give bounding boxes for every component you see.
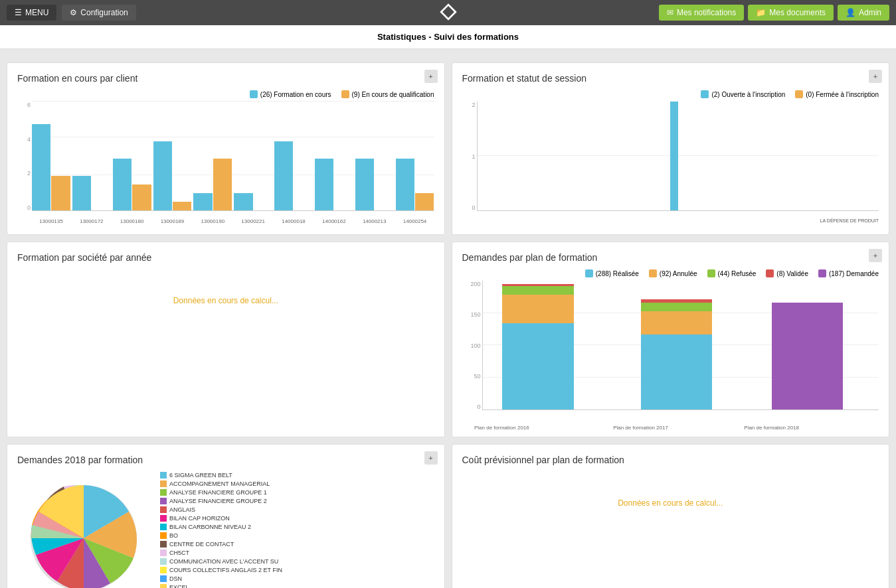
documents-button[interactable]: 📁 Mes documents — [748, 5, 834, 21]
config-button[interactable]: ⚙ Configuration — [62, 5, 135, 21]
gear-icon: ⚙ — [70, 8, 77, 17]
legend-blue-label: (26) Formation en cours — [260, 91, 331, 98]
y-axis: 0 2 4 6 — [17, 102, 31, 211]
pie-legend: 6 SIGMA GREEN BELT ACCOMPAGNEMENT MANAGE… — [160, 472, 434, 588]
pie-legend-item-6: BILAN CAP HORIZON — [160, 515, 434, 522]
logo-diamond-icon — [436, 0, 460, 24]
bars-container — [32, 102, 434, 211]
legend-yellow-label: (9) En cours de qualification — [352, 91, 434, 98]
session-legend: (2) Ouverte à l'inscription (0) Fermée à… — [462, 90, 879, 98]
demandes-plan-legend: (288) Réalisée (92) Annulée (44) Refusée… — [462, 269, 879, 277]
documents-label: Mes documents — [769, 8, 826, 17]
user-icon: 👤 — [846, 8, 855, 17]
bar-group-2 — [72, 176, 111, 210]
pie-legend-item-9: CENTRE DE CONTACT — [160, 541, 434, 548]
bar-group-6 — [234, 193, 272, 210]
folder-icon: 📁 — [756, 8, 766, 17]
pie-legend-item-10: CH5CT — [160, 550, 434, 556]
panel-demandes-formation-title: Demandes 2018 par formation — [17, 455, 434, 465]
bar-blue — [396, 159, 414, 210]
pie-legend-item-2: ACCOMPAGNEMENT MANAGERIAL — [160, 480, 434, 487]
tall-bar — [670, 102, 678, 210]
bar-group-9 — [355, 159, 394, 210]
bar-blue — [315, 159, 333, 210]
legend-yellow: (0) Fermée à l'inscription — [795, 90, 879, 98]
legend-blue: (2) Ouverte à l'inscription — [701, 90, 785, 98]
pie-container: 6 SIGMA GREEN BELT ACCOMPAGNEMENT MANAGE… — [17, 472, 434, 588]
notifications-button[interactable]: ✉ Mes notifications — [659, 5, 744, 21]
pie-legend-item-12: COURS COLLECTIFS ANGLAIS 2 ET FIN — [160, 567, 434, 573]
bar-yellow — [51, 176, 70, 210]
legend-green: (44) Refusée — [707, 269, 757, 277]
pie-legend-item-5: ANGLAIS — [160, 506, 434, 513]
y-axis: 0 1 2 — [462, 102, 476, 211]
bar-blue — [193, 193, 212, 210]
panel-demandes-plan-title: Demandes par plan de formation — [462, 252, 879, 263]
bar-yellow — [415, 193, 434, 210]
pie-legend-item-8: BO — [160, 532, 434, 539]
legend-yellow-dot — [795, 90, 803, 98]
panel-demandes-formation: Demandes 2018 par formation + — [7, 444, 445, 588]
x-labels: 13000135 13000172 13000180 13000189 1300… — [32, 218, 434, 224]
bar-group-1 — [32, 124, 70, 210]
pie-chart — [17, 472, 150, 588]
panel-formation-session-title: Formation et statut de session — [462, 73, 879, 84]
dashboard-grid: Formation en cours par client + (26) For… — [7, 62, 889, 588]
panel-formation-societe-title: Formation par société par année — [17, 252, 434, 263]
bar-group-4 — [153, 141, 192, 210]
x-axis-text — [478, 197, 879, 210]
session-bars-area — [477, 102, 879, 211]
pie-legend-item-13: DSN — [160, 575, 434, 582]
panel-formation-client: Formation en cours par client + (26) For… — [7, 62, 445, 235]
legend-yellow-label: (0) Fermée à l'inscription — [806, 91, 879, 98]
stacked-chart-area — [482, 281, 879, 410]
topnav-left: ☰ MENU ⚙ Configuration — [7, 5, 136, 21]
bar-blue — [355, 159, 374, 210]
demandes-plan-chart: 0 50 100 150 200 — [462, 281, 879, 427]
pie-legend-item-4: ANALYSE FINANCIERE GROUPE 2 — [160, 498, 434, 504]
config-label: Configuration — [80, 8, 128, 17]
hamburger-icon: ☰ — [15, 8, 22, 17]
formation-client-legend: (26) Formation en cours (9) En cours de … — [17, 90, 434, 98]
bar-blue — [32, 124, 50, 210]
main-content: Formation en cours par client + (26) For… — [0, 56, 896, 588]
panel-demandes-plan-expand[interactable]: + — [869, 249, 882, 262]
legend-blue-label: (2) Ouverte à l'inscription — [711, 91, 785, 98]
y-axis: 0 50 100 150 200 — [462, 281, 481, 410]
bar-blue — [153, 141, 172, 210]
bar-yellow — [213, 159, 232, 210]
grid-area — [32, 102, 434, 211]
topnav: ☰ MENU ⚙ Configuration ✉ Mes notificatio… — [0, 0, 896, 25]
admin-label: Admin — [859, 8, 881, 17]
formation-client-chart: 0 2 4 6 — [17, 102, 434, 224]
bar-group-7 — [274, 141, 313, 210]
panel-formation-client-expand[interactable]: + — [424, 70, 438, 83]
notifications-label: Mes notifications — [677, 8, 736, 17]
pie-legend-item-3: ANALYSE FINANCIERE GROUPE 1 — [160, 489, 434, 496]
bar-blue — [113, 159, 132, 210]
panel-formation-societe: Formation par société par année Données … — [7, 242, 445, 437]
bar-blue — [274, 141, 293, 210]
legend-yellow-dot — [341, 90, 349, 98]
panel-formation-session-expand[interactable]: + — [869, 70, 882, 83]
topnav-logo — [436, 0, 460, 26]
formation-societe-computing: Données en cours de calcul... — [17, 269, 434, 332]
admin-button[interactable]: 👤 Admin — [838, 5, 889, 21]
bar-blue — [234, 193, 252, 210]
panel-demandes-plan: Demandes par plan de formation + (288) R… — [452, 242, 890, 437]
bar-blue — [72, 176, 91, 210]
legend-red: (8) Validée — [766, 269, 808, 277]
bar-group-5 — [193, 159, 232, 210]
legend-blue-dot — [250, 90, 258, 98]
cout-previsionnel-computing: Données en cours de calcul... — [462, 472, 879, 534]
envelope-icon: ✉ — [667, 8, 673, 17]
page-title: Statistiques - Suivi des formations — [377, 32, 519, 42]
panel-formation-session: Formation et statut de session + (2) Ouv… — [452, 62, 890, 235]
bar-yellow — [132, 184, 151, 210]
menu-button[interactable]: ☰ MENU — [7, 5, 56, 21]
menu-label: MENU — [25, 8, 48, 17]
bar-yellow — [173, 202, 191, 210]
panel-demandes-formation-expand[interactable]: + — [424, 451, 438, 465]
x-label-end: LA DÉFENSE DE PRODUIT — [820, 218, 879, 223]
legend-yellow: (92) Annulée — [649, 269, 697, 277]
